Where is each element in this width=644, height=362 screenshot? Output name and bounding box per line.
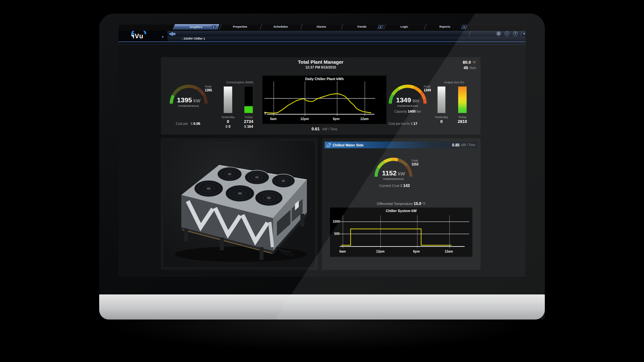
bar-label: Yesterday: [218, 115, 238, 119]
x-tick: 12am: [445, 250, 453, 253]
x-tick: 6pm: [413, 250, 420, 253]
tab-trends-dropdown[interactable]: ▼: [377, 25, 384, 29]
cws-eff-value: 0.85: [452, 143, 459, 147]
tab-reports[interactable]: Reports: [424, 24, 465, 30]
consumption-today-bar: [244, 86, 253, 113]
desktop-mockup: iVu ▼ : 23XRV Chiller 1 Graphics ▼ Prope…: [0, 0, 644, 362]
differential-temperature: Differential Temperature 15.0 °F: [322, 201, 480, 206]
nav-underline-2: [118, 44, 526, 44]
chilled-water-side-link[interactable]: Chilled Water Side 0.85 kW / Tons: [325, 142, 478, 148]
y-tick: 500: [334, 232, 340, 236]
panel-datetime: 12:37 PM 9/15/2015: [161, 65, 480, 69]
chiller-image-panel: [161, 138, 317, 270]
outdoor-conditions: 80.0 °F 45 %rh: [463, 60, 476, 70]
chiller-system-kw-chart: Chiller System kW: [330, 208, 472, 257]
kw-gauge-value: 1395 kW: [166, 96, 211, 104]
rh-value: 45: [464, 65, 468, 70]
cws-gauge-caption: Instantaneous: [371, 177, 416, 181]
ton-cost-row: Cost per ton-hr $ 17: [388, 122, 417, 125]
tab-schedules[interactable]: Schedules: [260, 24, 301, 30]
capacity-row: Capacity 1400 ton: [385, 109, 430, 113]
help-icon[interactable]: ?: [513, 31, 518, 36]
nav-subbar: [167, 36, 526, 42]
x-tick: 12pm: [300, 117, 309, 121]
output-today-bar: [458, 86, 467, 113]
bar-value: 0: [218, 119, 238, 124]
bar-value: 0: [432, 119, 451, 124]
external-link-icon: [327, 143, 331, 147]
bar-label: Today: [239, 115, 258, 119]
output-today-fill: [458, 87, 467, 113]
nav-underline: [118, 42, 526, 42]
consumption-title: Consumption (kWh): [214, 80, 266, 84]
screen: iVu ▼ : 23XRV Chiller 1 Graphics ▼ Prope…: [118, 24, 526, 277]
breadcrumb[interactable]: : 23XRV Chiller 1: [182, 37, 205, 40]
ton-peak: Peak 1349: [424, 85, 431, 92]
cws-peak: Peak 1152: [412, 159, 419, 166]
alarm-alert-icon[interactable]: !: [504, 31, 510, 36]
bar-value: 2734: [239, 119, 258, 124]
total-plant-manager-panel: Total Plant Manager 12:37 PM 9/15/2015 8…: [161, 57, 480, 135]
tab-alarms[interactable]: Alarms: [300, 24, 342, 30]
print-icon[interactable]: [496, 31, 501, 36]
chiller-photo: [164, 141, 315, 267]
panel-title: Total Plant Manager: [161, 59, 480, 65]
rh-unit: %rh: [469, 66, 476, 70]
monitor-stand: [99, 294, 545, 320]
tab-trends[interactable]: Trends: [341, 24, 382, 30]
y-origin-label: 0: [264, 112, 266, 115]
ton-gauge-value: 1349 ton: [385, 96, 430, 104]
plant-efficiency: 0.61 kW / Tons: [262, 126, 386, 131]
cws-cost-row: Current Cost $ 143: [362, 183, 427, 188]
daily-kwh-chart: Daily Chiller Plant kWh 0 6am: [262, 76, 386, 124]
chilled-water-side-panel: Chilled Water Side 0.85 kW / Tons 1152 k…: [322, 138, 480, 270]
consumption-yesterday-bar: [223, 86, 232, 113]
graphic-canvas: Total Plant Manager 12:37 PM 9/15/2015 8…: [118, 45, 526, 277]
y-tick: 1000: [333, 220, 340, 223]
nav-bar: [167, 31, 526, 36]
oat-value: 80.0: [463, 60, 471, 65]
bar-label: Today: [453, 115, 472, 119]
tab-logic[interactable]: Logic: [384, 24, 425, 30]
menu-caret-icon[interactable]: ▼: [522, 31, 526, 36]
output-title: Output (ton-hr): [428, 80, 480, 84]
cws-gauge-value: 1152 kW: [371, 169, 416, 177]
consumption-today-fill: [244, 106, 253, 113]
ton-gauge-caption: Instantaneous: [385, 104, 430, 107]
kw-peak: Peak 1395: [205, 85, 212, 92]
logo-dropdown-caret[interactable]: ▼: [161, 35, 164, 39]
back-button[interactable]: [168, 32, 176, 36]
tab-reports-dropdown[interactable]: ▼: [461, 25, 467, 29]
air-cooled-chiller-illustration: [164, 141, 315, 267]
bar-cost: $ 0: [218, 125, 238, 128]
bar-cost: $ 164: [239, 125, 258, 128]
kw-cost-row: Cost per $ 0.06: [176, 122, 200, 125]
x-tick: 6pm: [333, 117, 340, 121]
x-tick: 6am: [270, 117, 277, 121]
cws-eff-unit: kW / Tons: [461, 143, 475, 147]
x-tick: 6am: [339, 250, 346, 253]
oat-unit: °F: [472, 60, 476, 64]
kw-gauge-caption: Instantaneous: [166, 104, 211, 107]
bar-label: Yesterday: [432, 115, 451, 119]
output-yesterday-bar: [437, 86, 446, 113]
logo-text: iVu: [133, 32, 143, 40]
x-tick: 12am: [360, 117, 369, 121]
bar-value: 2810: [453, 119, 472, 124]
x-tick: 12pm: [376, 250, 384, 253]
tab-properties[interactable]: Properties: [219, 24, 260, 30]
app-logo: iVu ▼: [118, 31, 167, 42]
cws-title: Chilled Water Side: [333, 143, 364, 147]
